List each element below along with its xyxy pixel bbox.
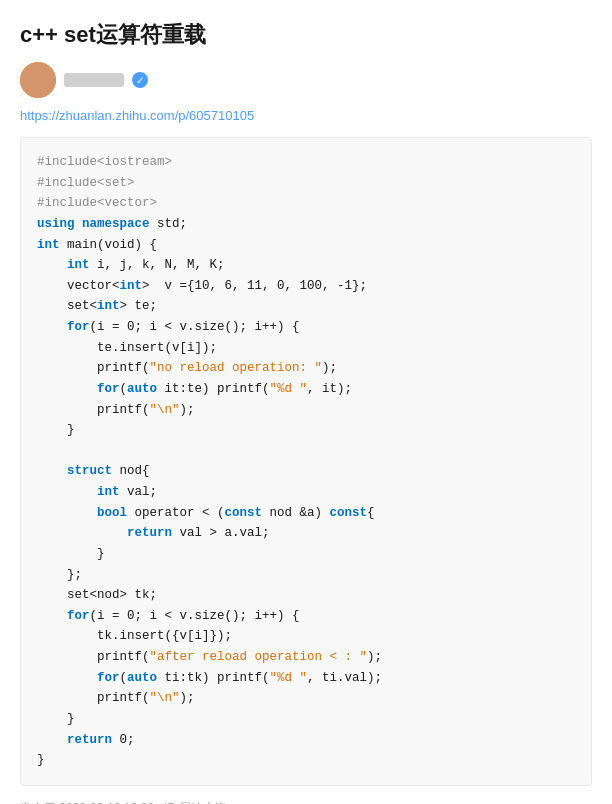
code-line: #include<vector> (37, 193, 575, 214)
code-line: int main(void) { (37, 235, 575, 256)
code-block: #include<iostream> #include<set> #includ… (20, 137, 592, 786)
code-line: tk.insert({v[i]}); (37, 626, 575, 647)
code-line: }; (37, 565, 575, 586)
author-name-placeholder (64, 73, 124, 87)
code-line: printf("\n"); (37, 400, 575, 421)
page-title: c++ set运算符重载 (20, 20, 592, 50)
code-line: printf("no reload operation: "); (37, 358, 575, 379)
code-line: for(i = 0; i < v.size(); i++) { (37, 317, 575, 338)
code-line: bool operator < (const nod &a) const{ (37, 503, 575, 524)
code-line: set<int> te; (37, 296, 575, 317)
avatar[interactable] (20, 62, 56, 98)
code-line: printf("after reload operation < : "); (37, 647, 575, 668)
code-line: return 0; (37, 730, 575, 751)
code-line: for(i = 0; i < v.size(); i++) { (37, 606, 575, 627)
author-row: ✓ (20, 62, 592, 98)
code-line: #include<iostream> (37, 152, 575, 173)
code-line: int i, j, k, N, M, K; (37, 255, 575, 276)
author-badge-icon: ✓ (132, 72, 148, 88)
article-link[interactable]: https://zhuanlan.zhihu.com/p/605710105 (20, 108, 592, 123)
code-line: for(auto ti:tk) printf("%d ", ti.val); (37, 668, 575, 689)
code-line: } (37, 420, 575, 441)
code-line: for(auto it:te) printf("%d ", it); (37, 379, 575, 400)
code-line: using namespace std; (37, 214, 575, 235)
code-line: set<nod> tk; (37, 585, 575, 606)
code-line: } (37, 750, 575, 771)
code-line: #include<set> (37, 173, 575, 194)
code-line: printf("\n"); (37, 688, 575, 709)
code-line: vector<int> v ={10, 6, 11, 0, 100, -1}; (37, 276, 575, 297)
code-line: } (37, 544, 575, 565)
code-line (37, 441, 575, 462)
code-line: int val; (37, 482, 575, 503)
code-line: struct nod{ (37, 461, 575, 482)
code-line: return val > a.val; (37, 523, 575, 544)
code-line: } (37, 709, 575, 730)
publish-meta: 发布于 2023-02-12 19:08 · IP 属地上海 (20, 800, 592, 804)
code-line: te.insert(v[i]); (37, 338, 575, 359)
